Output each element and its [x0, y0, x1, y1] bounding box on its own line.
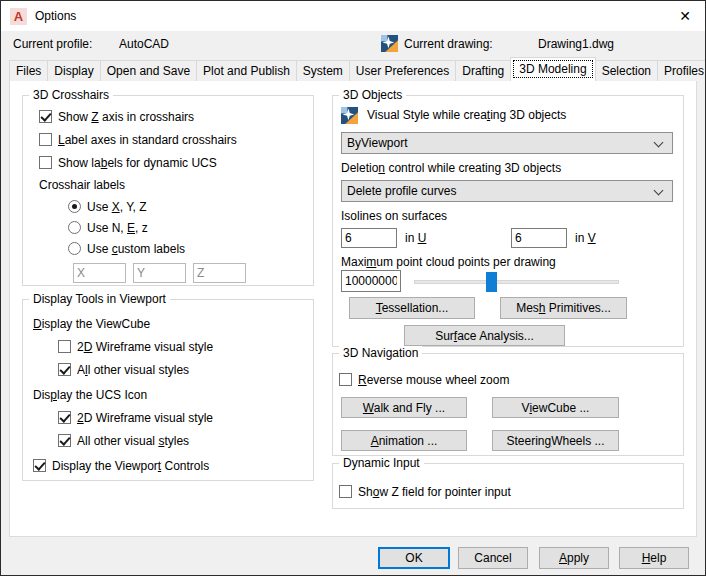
radio-use-xyz[interactable]: Use X, Y, Z — [23, 196, 313, 217]
checkbox-show-z-field[interactable]: Show Z field for pointer input — [333, 480, 683, 503]
isolines-row: in U in V — [341, 228, 673, 248]
close-icon[interactable]: ✕ — [665, 1, 705, 31]
group-3d-objects: 3D Objects Visual Style while creating 3… — [332, 95, 684, 347]
walk-and-fly-button[interactable]: Walk and Fly ... — [341, 397, 467, 418]
custom-z-field[interactable] — [193, 263, 246, 283]
checkbox-box — [58, 434, 71, 447]
options-dialog: A Options ✕ Current profile: AutoCAD Cur… — [0, 0, 706, 576]
checkbox-label: Show Z axis in crosshairs — [58, 110, 194, 124]
custom-y-field[interactable] — [133, 263, 186, 283]
checkbox-ucs-2d-wireframe[interactable]: 2D Wireframe visual style — [23, 406, 313, 429]
deletion-control-dropdown[interactable]: Delete profile curves — [341, 180, 673, 202]
point-cloud-slider-track[interactable] — [414, 280, 619, 284]
group-3d-objects-title: 3D Objects — [339, 88, 406, 102]
group-dynamic-input-title: Dynamic Input — [339, 456, 424, 470]
checkbox-label: All other visual styles — [77, 363, 189, 377]
display-viewcube-heading: Display the ViewCube — [23, 313, 313, 335]
radio-dot — [68, 200, 81, 213]
navigation-buttons-row-2: Animation ... SteeringWheels ... — [341, 430, 673, 451]
checkbox-viewport-controls[interactable]: Display the Viewport Controls — [23, 454, 313, 477]
checkbox-ucs-all-other[interactable]: All other visual styles — [23, 429, 313, 452]
tab-drafting[interactable]: Drafting — [455, 60, 511, 81]
tab-selection[interactable]: Selection — [595, 60, 658, 81]
steeringwheels-button[interactable]: SteeringWheels ... — [492, 430, 619, 451]
radio-use-custom-labels[interactable]: Use custom labels — [23, 238, 313, 259]
window-title: Options — [35, 9, 76, 23]
checkbox-box — [339, 485, 352, 498]
current-profile-value: AutoCAD — [119, 37, 169, 51]
ok-button[interactable]: OK — [378, 547, 450, 569]
isolines-u-field[interactable] — [341, 228, 397, 248]
point-cloud-row — [341, 270, 673, 294]
group-dynamic-input: Dynamic Input Show Z field for pointer i… — [332, 463, 684, 509]
custom-x-field[interactable] — [73, 263, 126, 283]
radio-label: Use X, Y, Z — [87, 200, 147, 214]
checkbox-label: 2D Wireframe visual style — [77, 340, 213, 354]
checkbox-label-axes[interactable]: Label axes in standard crosshairs — [23, 128, 313, 151]
chevron-down-icon — [654, 138, 664, 148]
radio-dot — [68, 221, 81, 234]
tab-user-preferences[interactable]: User Preferences — [349, 60, 456, 81]
radio-dot — [68, 242, 81, 255]
animation-button[interactable]: Animation ... — [341, 430, 467, 451]
tab-display[interactable]: Display — [47, 60, 100, 81]
tessellation-button[interactable]: Tessellation... — [349, 297, 475, 319]
dropdown-value: Delete profile curves — [347, 184, 456, 198]
help-button[interactable]: Help — [619, 547, 689, 569]
tab-plot-and-publish[interactable]: Plot and Publish — [196, 60, 297, 81]
checkbox-show-labels-dynamic-ucs[interactable]: Show labels for dynamic UCS — [23, 151, 313, 174]
tab-3d-modeling[interactable]: 3D Modeling — [510, 57, 595, 81]
group-display-tools: Display Tools in Viewport Display the Vi… — [22, 299, 314, 481]
group-display-tools-title: Display Tools in Viewport — [29, 292, 170, 306]
checkbox-box — [58, 363, 71, 376]
objects-buttons-row: Tessellation... Mesh Primitives... — [341, 297, 673, 319]
checkbox-viewcube-all-other[interactable]: All other visual styles — [23, 358, 313, 381]
radio-label: Use custom labels — [87, 242, 185, 256]
checkbox-viewcube-2d-wireframe[interactable]: 2D Wireframe visual style — [23, 335, 313, 358]
point-cloud-points-field[interactable] — [341, 270, 401, 292]
checkbox-label: All other visual styles — [77, 434, 189, 448]
in-u-label: in U — [405, 231, 426, 245]
viewcube-button[interactable]: ViewCube ... — [492, 397, 619, 418]
current-profile-label: Current profile: — [13, 37, 92, 51]
footer-buttons: OK Cancel Apply Help — [1, 547, 705, 576]
title-bar: A Options ✕ — [1, 1, 705, 31]
surface-analysis-row: Surface Analysis... — [341, 325, 673, 346]
tab-open-and-save[interactable]: Open and Save — [100, 60, 197, 81]
dwg-file-icon — [341, 107, 358, 124]
dropdown-value: ByViewport — [347, 136, 407, 150]
chevron-down-icon — [654, 186, 664, 196]
checkbox-show-z-axis[interactable]: Show Z axis in crosshairs — [23, 105, 313, 128]
checkbox-box — [39, 133, 52, 146]
max-point-cloud-heading: Maximum point cloud points per drawing — [341, 254, 673, 270]
tab-system[interactable]: System — [296, 60, 350, 81]
checkbox-reverse-mouse-wheel[interactable]: Reverse mouse wheel zoom — [333, 368, 683, 391]
cancel-button[interactable]: Cancel — [458, 547, 528, 569]
mesh-primitives-button[interactable]: Mesh Primitives... — [500, 297, 627, 319]
checkbox-label: Label axes in standard crosshairs — [58, 133, 237, 147]
surface-analysis-button[interactable]: Surface Analysis... — [404, 325, 565, 346]
isolines-v-field[interactable] — [511, 228, 567, 248]
apply-button[interactable]: Apply — [539, 547, 609, 569]
custom-label-inputs — [23, 263, 313, 283]
checkbox-label: 2D Wireframe visual style — [77, 411, 213, 425]
point-cloud-slider-thumb[interactable] — [486, 272, 497, 292]
visual-style-dropdown[interactable]: ByViewport — [341, 132, 673, 154]
group-3d-navigation: 3D Navigation Reverse mouse wheel zoom W… — [332, 353, 684, 456]
checkbox-label: Show labels for dynamic UCS — [58, 156, 217, 170]
group-3d-crosshairs-title: 3D Crosshairs — [29, 88, 113, 102]
dwg-file-icon — [381, 35, 398, 52]
visual-style-heading: Visual Style while creating 3D objects — [341, 106, 673, 124]
tab-profiles[interactable]: Profiles — [657, 60, 706, 81]
tab-files[interactable]: Files — [9, 60, 48, 81]
checkbox-box — [58, 411, 71, 424]
radio-use-nez[interactable]: Use N, E, z — [23, 217, 313, 238]
group-3d-navigation-title: 3D Navigation — [339, 346, 422, 360]
checkbox-box — [33, 459, 46, 472]
tab-page-3d-modeling: 3D Crosshairs Show Z axis in crosshairs … — [9, 80, 697, 537]
checkbox-box — [39, 110, 52, 123]
autocad-logo-icon: A — [10, 8, 27, 25]
checkbox-box — [339, 373, 352, 386]
in-v-label: in V — [575, 231, 596, 245]
checkbox-label: Show Z field for pointer input — [358, 485, 511, 499]
